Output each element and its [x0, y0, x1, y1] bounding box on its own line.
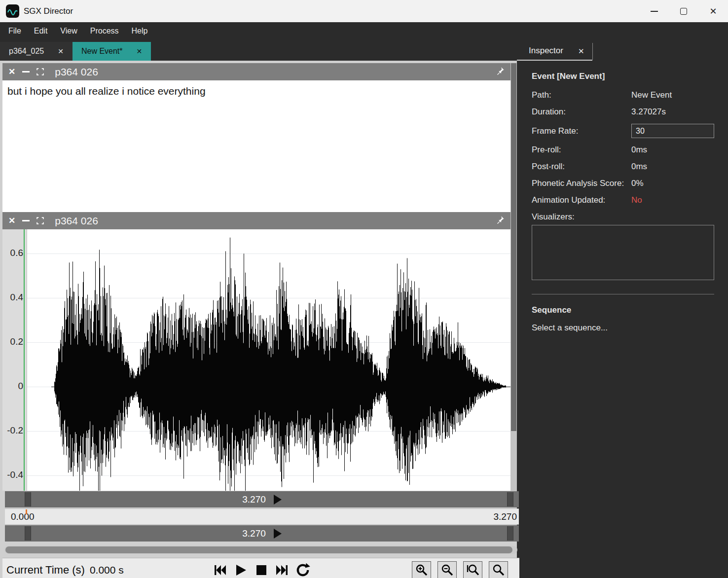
range-handle-right[interactable] [507, 492, 513, 506]
range-value: 3.270 [242, 528, 266, 539]
panel-minimize-icon[interactable] [22, 220, 30, 221]
skip-to-end-button[interactable] [272, 559, 292, 578]
menu-view[interactable]: View [54, 22, 83, 40]
current-time-value: 0.000 s [90, 564, 124, 576]
timeline-ruler[interactable]: 0.000 3.270 [5, 508, 519, 525]
stop-button[interactable] [251, 559, 272, 578]
tab-close-icon[interactable]: ✕ [578, 47, 584, 55]
waveform-content: 0.60.40.20-0.2-0.4 [2, 229, 510, 491]
horizontal-scrollbar-thumb[interactable] [5, 546, 512, 553]
zoom-selection-button[interactable] [463, 561, 482, 578]
field-row-phonetic-score: Phonetic Analysis Score: 0% [532, 179, 714, 188]
timeline-start-label: 0.000 [11, 511, 35, 522]
field-label: Pre-roll: [532, 145, 631, 155]
field-row-duration: Duration: 3.27027s [532, 107, 714, 117]
timeline-end-label: 3.270 [493, 511, 517, 522]
menu-file[interactable]: File [2, 22, 28, 40]
y-axis-tick-label: 0.6 [3, 248, 23, 258]
transport-controls [210, 558, 313, 578]
frame-rate-input[interactable] [631, 124, 714, 138]
range-slider-top[interactable]: 3.270 [5, 491, 519, 507]
menu-process[interactable]: Process [84, 22, 125, 40]
duration-value: 3.27027s [631, 107, 714, 117]
event-section-title: Event [New Event] [532, 72, 714, 81]
horizontal-scrollbar[interactable] [4, 546, 517, 554]
pre-roll-value: 0ms [631, 145, 714, 155]
window-maximize-button[interactable] [669, 0, 698, 22]
range-handle-left[interactable] [25, 526, 31, 541]
phonetic-score-value: 0% [631, 179, 714, 188]
app-title: SGX Director [24, 6, 73, 16]
panel-title: p364 026 [55, 66, 98, 78]
section-divider [532, 294, 714, 294]
pin-icon[interactable] [496, 67, 505, 77]
field-row-pre-roll: Pre-roll: 0ms [532, 145, 714, 155]
vertical-scrollbar[interactable] [510, 63, 517, 491]
tab-label: p364_025 [9, 47, 44, 56]
play-triangle-icon[interactable] [274, 529, 282, 539]
menu-help[interactable]: Help [125, 22, 154, 40]
path-value: New Event [631, 90, 714, 100]
window-close-button[interactable]: ✕ [698, 0, 728, 22]
waveform-panel: ✕ p364 026 0.60.40.20-0.2-0.4 [2, 212, 510, 491]
sequence-select[interactable]: Select a sequence... [532, 323, 714, 333]
panel-maximize-icon[interactable] [36, 68, 44, 75]
zoom-out-button[interactable] [437, 561, 457, 578]
field-row-frame-rate: Frame Rate: [532, 124, 714, 138]
tab-inspector[interactable]: Inspector ✕ [517, 42, 592, 61]
sequence-section-title: Sequence [532, 305, 714, 315]
range-handle-right[interactable] [507, 526, 513, 541]
loop-button[interactable] [292, 559, 313, 578]
pin-icon[interactable] [496, 216, 505, 226]
field-label: Path: [532, 90, 631, 100]
transcript-panel-header: ✕ p364 026 [2, 63, 510, 80]
menubar: File Edit View Process Help [0, 22, 728, 40]
y-axis-tick-label: 0.4 [3, 292, 23, 303]
vertical-scrollbar-thumb[interactable] [511, 63, 516, 431]
post-roll-value: 0ms [631, 162, 714, 172]
transcript-panel: ✕ p364 026 but i hope you all realize i … [2, 63, 510, 212]
skip-to-start-button[interactable] [210, 559, 230, 578]
zoom-in-button[interactable] [412, 561, 431, 578]
workspace: ✕ p364 026 but i hope you all realize i … [0, 61, 517, 578]
tab-close-icon[interactable]: ✕ [58, 48, 64, 55]
status-bar: Current Time (s) 0.000 s [2, 558, 519, 578]
field-label: Animation Updated: [532, 195, 631, 205]
app-logo-icon [6, 4, 19, 18]
panel-maximize-icon[interactable] [36, 217, 44, 224]
field-row-path: Path: New Event [532, 90, 714, 100]
play-button[interactable] [230, 559, 251, 578]
panel-close-icon[interactable]: ✕ [8, 68, 15, 76]
document-tabbar: p364_025 ✕ New Event* ✕ [0, 40, 517, 61]
range-slider-bottom[interactable]: 3.270 [5, 525, 519, 542]
zoom-fit-button[interactable] [489, 561, 508, 578]
field-row-animation-updated: Animation Updated: No [532, 195, 714, 205]
range-value: 3.270 [242, 494, 266, 505]
waveform-plot[interactable] [27, 229, 510, 491]
current-time-label: Current Time (s) [6, 564, 85, 577]
timeline-playhead-tick [26, 509, 27, 514]
visualizers-list[interactable] [532, 225, 714, 280]
close-icon: ✕ [709, 7, 717, 16]
window-minimize-button[interactable] [639, 0, 669, 22]
inspector-content: Event [New Event] Path: New Event Durati… [517, 61, 728, 333]
playhead-cursor[interactable] [24, 229, 25, 491]
tab-new-event[interactable]: New Event* ✕ [73, 42, 151, 61]
tab-close-icon[interactable]: ✕ [137, 48, 143, 55]
titlebar: SGX Director ✕ [0, 0, 728, 22]
inspector-tab-label: Inspector [529, 46, 563, 56]
panel-minimize-icon[interactable] [22, 71, 30, 72]
field-label: Phonetic Analysis Score: [532, 179, 631, 188]
minimize-icon [651, 11, 658, 12]
waveform-canvas[interactable] [27, 229, 510, 491]
waveform-panel-header: ✕ p364 026 [2, 212, 510, 229]
field-label: Post-roll: [532, 162, 631, 172]
range-handle-left[interactable] [25, 492, 31, 506]
menu-edit[interactable]: Edit [28, 22, 54, 40]
panel-title: p364 026 [55, 215, 98, 227]
animation-updated-value: No [631, 195, 714, 205]
panel-close-icon[interactable]: ✕ [8, 217, 15, 225]
visualizers-label: Visualizers: [532, 212, 714, 222]
tab-p364-025[interactable]: p364_025 ✕ [0, 42, 73, 61]
play-triangle-icon[interactable] [274, 495, 282, 505]
